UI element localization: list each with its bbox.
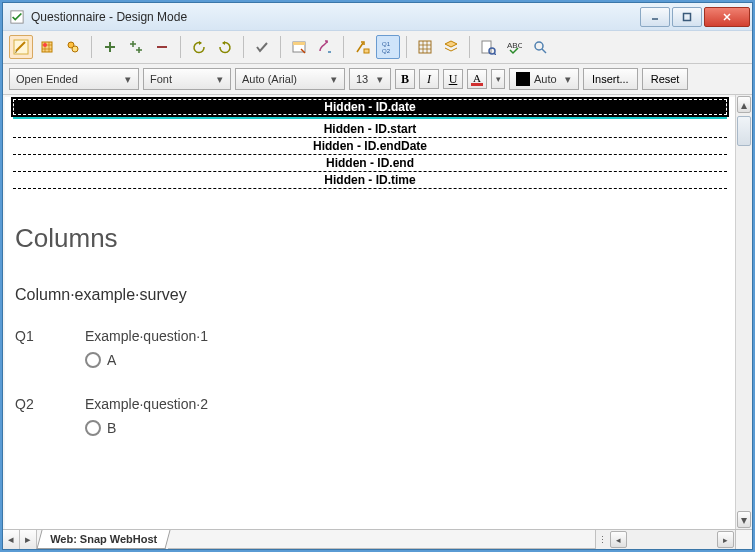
chevron-down-icon: ▾ <box>120 73 136 86</box>
underline-button[interactable]: U <box>443 69 463 89</box>
layers-button[interactable] <box>439 35 463 59</box>
svg-text:Q2: Q2 <box>382 48 391 54</box>
color-swatch <box>516 72 530 86</box>
hidden-variable-row[interactable]: Hidden - ID.start <box>13 121 727 138</box>
insert-button[interactable]: Insert... <box>583 68 638 90</box>
dropdown-value: Open Ended <box>16 73 78 85</box>
close-button[interactable] <box>704 7 750 27</box>
separator <box>243 36 244 58</box>
survey-subtitle[interactable]: Column·example·survey <box>15 286 725 304</box>
redo-button[interactable] <box>213 35 237 59</box>
workspace: Hidden - ID.date Hidden - ID.start Hidde… <box>3 95 752 529</box>
grid-view-button[interactable] <box>413 35 437 59</box>
minimize-button[interactable] <box>640 7 670 27</box>
main-toolbar: Q1Q2 ABC <box>3 31 752 64</box>
hidden-label: Hidden - ID.endDate <box>313 139 427 153</box>
separator <box>469 36 470 58</box>
reset-button[interactable]: Reset <box>642 68 689 90</box>
tab-spacer <box>168 530 595 549</box>
italic-button[interactable]: I <box>419 69 439 89</box>
titlebar: Questionnaire - Design Mode <box>3 3 752 31</box>
scroll-left-button[interactable]: ◂ <box>610 531 627 548</box>
splitter-handle[interactable]: ⋮ <box>596 535 609 545</box>
hidden-label: Hidden - ID.end <box>326 156 414 170</box>
clone-question-button[interactable] <box>124 35 148 59</box>
horizontal-scrollbar[interactable]: ⋮ ◂ ▸ <box>595 530 735 549</box>
background-color-dropdown[interactable]: Auto ▾ <box>509 68 579 90</box>
delete-question-button[interactable] <box>150 35 174 59</box>
answer-option[interactable]: B <box>85 420 725 436</box>
variables-button[interactable] <box>35 35 59 59</box>
question-text[interactable]: Example·question·1 <box>85 328 725 344</box>
routing-button[interactable] <box>313 35 337 59</box>
hidden-variable-row[interactable]: Hidden - ID.endDate <box>13 138 727 155</box>
scroll-up-button[interactable]: ▴ <box>737 96 751 113</box>
publish-button[interactable] <box>61 35 85 59</box>
maximize-button[interactable] <box>672 7 702 27</box>
dropdown-value: Auto (Arial) <box>242 73 297 85</box>
properties-button[interactable] <box>287 35 311 59</box>
font-name-dropdown[interactable]: Auto (Arial) ▾ <box>235 68 345 90</box>
separator <box>280 36 281 58</box>
radio-icon <box>85 420 101 436</box>
tab-label: Web: Snap WebHost <box>50 533 157 545</box>
format-toolbar: Open Ended ▾ Font ▾ Auto (Arial) ▾ 13 ▾ … <box>3 64 752 95</box>
spellcheck-button[interactable]: ABC <box>502 35 526 59</box>
preview-button[interactable] <box>476 35 500 59</box>
font-element-dropdown[interactable]: Font ▾ <box>143 68 231 90</box>
hidden-variable-row[interactable]: Hidden - ID.end <box>13 155 727 172</box>
design-canvas[interactable]: Hidden - ID.date Hidden - ID.start Hidde… <box>5 97 735 529</box>
hidden-label: Hidden - ID.time <box>324 173 415 187</box>
svg-rect-10 <box>364 49 369 53</box>
corner-grip <box>735 530 752 549</box>
tab-nav-last[interactable]: ▸ <box>20 530 37 549</box>
scroll-right-button[interactable]: ▸ <box>717 531 734 548</box>
undo-button[interactable] <box>187 35 211 59</box>
scroll-down-button[interactable]: ▾ <box>737 511 751 528</box>
separator <box>343 36 344 58</box>
option-label: A <box>107 352 116 368</box>
svg-point-5 <box>43 43 47 47</box>
scroll-thumb[interactable] <box>737 116 751 146</box>
vertical-scrollbar[interactable]: ▴ ▾ <box>735 95 752 529</box>
find-button[interactable] <box>528 35 552 59</box>
survey-title[interactable]: Columns <box>15 223 725 254</box>
new-question-button[interactable] <box>98 35 122 59</box>
dropdown-value: Font <box>150 73 172 85</box>
color-dropdown-arrow[interactable]: ▾ <box>491 69 505 89</box>
chevron-down-icon: ▾ <box>326 73 342 86</box>
separator <box>180 36 181 58</box>
edition-tab[interactable]: Web: Snap WebHost <box>36 530 170 549</box>
show-qnumbers-button[interactable]: Q1Q2 <box>376 35 400 59</box>
svg-point-7 <box>72 46 78 52</box>
window-title: Questionnaire - Design Mode <box>31 10 640 24</box>
question-body: Example·question·2 B <box>85 396 725 456</box>
question-row[interactable]: Q1 Example·question·1 A <box>15 328 725 388</box>
bold-button[interactable]: B <box>395 69 415 89</box>
question-style-dropdown[interactable]: Open Ended ▾ <box>9 68 139 90</box>
goto-button[interactable] <box>350 35 374 59</box>
hidden-variable-selected[interactable]: Hidden - ID.date <box>13 99 727 115</box>
question-text[interactable]: Example·question·2 <box>85 396 725 412</box>
selection-marker <box>13 115 727 119</box>
hidden-variable-row[interactable]: Hidden - ID.time <box>13 172 727 189</box>
tab-nav-first[interactable]: ◂ <box>3 530 20 549</box>
svg-rect-4 <box>42 42 52 52</box>
font-size-dropdown[interactable]: 13 ▾ <box>349 68 391 90</box>
hidden-label: Hidden - ID.date <box>324 100 415 114</box>
font-color-button[interactable]: A <box>467 69 487 89</box>
survey-body: Columns Column·example·survey Q1 Example… <box>5 189 735 474</box>
dropdown-value: 13 <box>356 73 368 85</box>
answer-option[interactable]: A <box>85 352 725 368</box>
separator <box>91 36 92 58</box>
svg-point-17 <box>535 42 543 50</box>
svg-rect-9 <box>293 42 305 45</box>
question-row[interactable]: Q2 Example·question·2 B <box>15 396 725 456</box>
scroll-track[interactable] <box>628 531 716 548</box>
question-body: Example·question·1 A <box>85 328 725 388</box>
scroll-track[interactable] <box>736 114 752 510</box>
chevron-down-icon: ▾ <box>372 73 388 86</box>
checkmark-button[interactable] <box>250 35 274 59</box>
design-mode-button[interactable] <box>9 35 33 59</box>
chevron-down-icon: ▾ <box>560 73 576 86</box>
